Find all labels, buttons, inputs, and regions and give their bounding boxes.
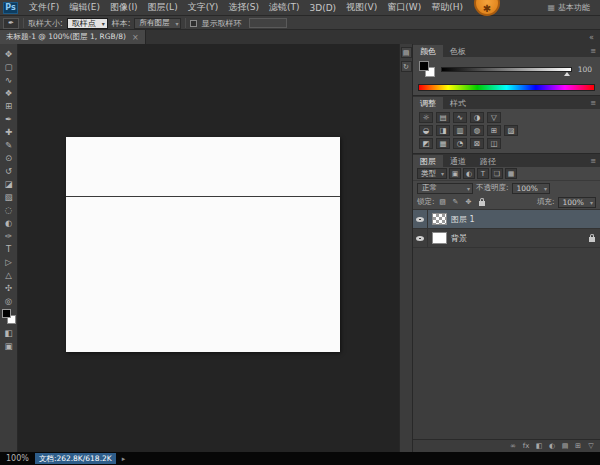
filter-smart-object-icon[interactable]: ▦: [505, 168, 517, 179]
layer-thumbnail[interactable]: [432, 232, 447, 244]
tool-healing-brush-icon[interactable]: ✚: [1, 125, 17, 138]
tool-crop-icon[interactable]: ⊞: [1, 99, 17, 112]
tab-paths[interactable]: 路径: [473, 155, 503, 167]
menu-item-file[interactable]: 文件(F): [24, 1, 64, 14]
tab-styles[interactable]: 样式: [443, 97, 473, 109]
layer-row-background[interactable]: 背景: [413, 229, 600, 248]
threshold-icon[interactable]: ◔: [453, 138, 467, 149]
channel-mixer-icon[interactable]: ⊞: [487, 125, 501, 136]
vibrance-icon[interactable]: ▽: [487, 112, 501, 123]
blend-mode-dropdown[interactable]: 正常: [417, 183, 473, 194]
adjustment-layer-icon[interactable]: ◐: [548, 442, 556, 450]
document-size-info[interactable]: 文档:262.8K/618.2K: [35, 453, 116, 464]
tool-dodge-icon[interactable]: ◐: [1, 216, 17, 229]
sample-size-dropdown[interactable]: 取样点: [67, 18, 108, 29]
history-panel-icon[interactable]: ↻: [401, 61, 412, 72]
tool-type-icon[interactable]: T: [1, 242, 17, 255]
layer-style-icon[interactable]: fx: [522, 442, 530, 450]
tool-eraser-icon[interactable]: ◪: [1, 177, 17, 190]
link-layers-icon[interactable]: ∞: [509, 442, 517, 450]
brightness-contrast-icon[interactable]: ☼: [419, 112, 433, 123]
menu-item-edit[interactable]: 编辑(E): [64, 1, 105, 14]
lock-all-icon[interactable]: [477, 197, 487, 207]
tool-gradient-icon[interactable]: ▧: [1, 190, 17, 203]
canvas-area[interactable]: [18, 44, 400, 452]
close-tab-icon[interactable]: ×: [132, 33, 139, 42]
tool-hand-icon[interactable]: ✣: [1, 281, 17, 294]
curves-icon[interactable]: ∿: [453, 112, 467, 123]
tool-zoom-icon[interactable]: ◎: [1, 294, 17, 307]
foreground-color-swatch[interactable]: [2, 309, 11, 318]
show-ring-checkbox[interactable]: [190, 20, 197, 27]
filter-pixel-layers-icon[interactable]: ▣: [449, 168, 461, 179]
menu-item-help[interactable]: 帮助(H): [426, 1, 468, 14]
properties-panel-icon[interactable]: ▤: [401, 47, 412, 58]
sample-dropdown[interactable]: 所有图层: [134, 18, 181, 29]
tab-layers[interactable]: 图层: [413, 155, 443, 167]
options-extra-button[interactable]: [249, 18, 287, 28]
tab-adjustments[interactable]: 调整: [413, 97, 443, 109]
tool-marquee-icon[interactable]: ▢: [1, 60, 17, 73]
menu-item-select[interactable]: 选择(S): [223, 1, 264, 14]
menu-item-image[interactable]: 图像(I): [105, 1, 143, 14]
tool-history-brush-icon[interactable]: ↺: [1, 164, 17, 177]
new-group-icon[interactable]: ▤: [561, 442, 569, 450]
screen-mode-icon[interactable]: ▣: [1, 339, 17, 352]
posterize-icon[interactable]: ▦: [436, 138, 450, 149]
visibility-toggle[interactable]: [413, 229, 428, 247]
grayscale-slider[interactable]: [441, 67, 572, 72]
tab-channels[interactable]: 通道: [443, 155, 473, 167]
menu-item-view[interactable]: 视图(V): [341, 1, 382, 14]
filter-shape-layers-icon[interactable]: ❏: [491, 168, 503, 179]
panel-menu-icon[interactable]: ≡: [590, 47, 596, 55]
levels-icon[interactable]: ▤: [436, 112, 450, 123]
menu-item-window[interactable]: 窗口(W): [382, 1, 426, 14]
exposure-icon[interactable]: ◑: [470, 112, 484, 123]
lock-transparency-icon[interactable]: ▨: [438, 197, 448, 207]
tool-pen-icon[interactable]: ✑: [1, 229, 17, 242]
slider-knob[interactable]: [564, 72, 570, 76]
status-expand-icon[interactable]: ▸: [122, 455, 126, 463]
photoshop-logo[interactable]: Ps: [3, 2, 18, 14]
hue-saturation-icon[interactable]: ◒: [419, 125, 433, 136]
selective-color-icon[interactable]: ◫: [487, 138, 501, 149]
tool-path-selection-icon[interactable]: ▷: [1, 255, 17, 268]
visibility-toggle[interactable]: [413, 210, 428, 228]
foreground-swatch[interactable]: [419, 61, 429, 71]
quick-mask-icon[interactable]: ◧: [1, 326, 17, 339]
gradient-map-icon[interactable]: ⊠: [470, 138, 484, 149]
layer-row-layer1[interactable]: 图层 1: [413, 210, 600, 229]
invert-icon[interactable]: ◩: [419, 138, 433, 149]
color-spectrum-bar[interactable]: [418, 84, 595, 91]
tab-color[interactable]: 颜色: [413, 45, 443, 57]
tool-lasso-icon[interactable]: ∿: [1, 73, 17, 86]
lock-pixels-icon[interactable]: ✎: [451, 197, 461, 207]
delete-layer-icon[interactable]: ▽: [587, 442, 595, 450]
tool-blur-icon[interactable]: ◌: [1, 203, 17, 216]
tool-brush-icon[interactable]: ✎: [1, 138, 17, 151]
filter-type-layers-icon[interactable]: T: [477, 168, 489, 179]
new-layer-icon[interactable]: ⊞: [574, 442, 582, 450]
workspace-switcher[interactable]: ▦ 基本功能: [547, 2, 590, 13]
foreground-background-swatches[interactable]: [2, 309, 16, 324]
zoom-level[interactable]: 100%: [6, 454, 29, 463]
fill-dropdown[interactable]: 100%: [558, 197, 596, 208]
menu-item-type[interactable]: 文字(Y): [183, 1, 224, 14]
menu-item-filter[interactable]: 滤镜(T): [264, 1, 305, 14]
color-lookup-icon[interactable]: ▨: [504, 125, 518, 136]
current-tool-icon[interactable]: ✒: [3, 18, 19, 29]
color-fg-bg-swatch[interactable]: [419, 61, 435, 77]
tool-quick-selection-icon[interactable]: ❖: [1, 86, 17, 99]
layer-name[interactable]: 背景: [451, 233, 467, 244]
tab-swatches[interactable]: 色板: [443, 45, 473, 57]
black-white-icon[interactable]: ▥: [453, 125, 467, 136]
document-tab[interactable]: 未标题-1 @ 100%(图层 1, RGB/8) ×: [0, 30, 146, 44]
collapse-panels-icon[interactable]: «: [589, 33, 594, 42]
lock-position-icon[interactable]: ✥: [464, 197, 474, 207]
opacity-dropdown[interactable]: 100%: [512, 183, 550, 194]
layer-name[interactable]: 图层 1: [451, 214, 475, 225]
document-canvas[interactable]: [66, 137, 340, 352]
filter-adjustment-layers-icon[interactable]: ◐: [463, 168, 475, 179]
panel-menu-icon[interactable]: ≡: [590, 157, 596, 165]
tool-shape-icon[interactable]: △: [1, 268, 17, 281]
